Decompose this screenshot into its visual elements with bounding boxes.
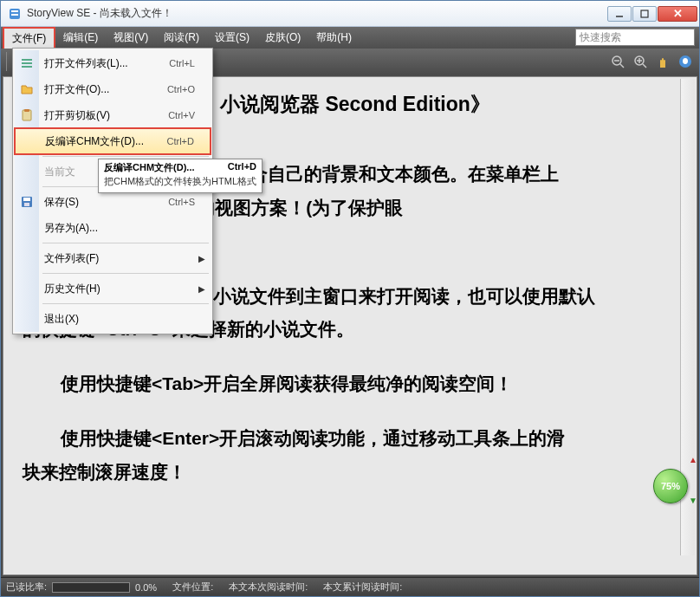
progress-bubble-label: 75% <box>661 481 680 491</box>
menu-read[interactable]: 阅读(R) <box>156 27 207 49</box>
menu-item-shortcut: Ctrl+O <box>167 84 211 94</box>
menu-item-label: 文件列表(F) <box>44 251 211 266</box>
minimize-button[interactable] <box>607 6 632 22</box>
svg-rect-4 <box>641 10 648 17</box>
doc-line: 使用快捷键<Enter>开启滚动阅读功能，通过移动工具条上的滑 <box>23 422 565 456</box>
doc-line: 使用快捷键<Tab>开启全屏阅读获得最纯净的阅读空间！ <box>23 367 677 401</box>
tb-zoom-out-icon[interactable] <box>607 51 628 72</box>
titlebar: StoryView SE - 尚未载入文件！ ✕ <box>1 1 699 27</box>
menu-exit[interactable]: 退出(X) <box>15 306 211 332</box>
svg-rect-35 <box>24 109 29 112</box>
doc-title: 小说阅览器 Second Edition》 <box>220 91 677 118</box>
menu-item-shortcut: Ctrl+L <box>169 58 211 68</box>
menu-help[interactable]: 帮助(H) <box>308 27 360 49</box>
tb-apple-icon[interactable] <box>675 51 696 72</box>
folder-icon <box>18 81 36 98</box>
menu-file-list[interactable]: 文件列表(F) ▶ <box>15 245 211 271</box>
menu-item-shortcut: Ctrl+S <box>168 197 211 207</box>
menu-item-label: 另存为(A)... <box>44 221 211 236</box>
svg-line-29 <box>643 64 646 68</box>
maximize-button[interactable] <box>632 6 657 22</box>
status-total-time-label: 本文累计阅读时间: <box>323 581 402 594</box>
doc-line: 定适合自己的背景和文本颜色。在菜单栏上 <box>213 164 559 184</box>
menu-decompile-chm[interactable]: 反编译CHM文件(D)... Ctrl+D <box>14 127 211 155</box>
svg-rect-2 <box>11 14 18 16</box>
menu-item-label: 退出(X) <box>44 312 211 327</box>
app-icon <box>8 7 22 21</box>
menu-item-shortcut: Ctrl+V <box>168 110 211 120</box>
doc-line: 块来控制滚屏速度！ <box>23 462 186 482</box>
status-read-ratio-label: 已读比率: <box>6 581 47 594</box>
window-title: StoryView SE - 尚未载入文件！ <box>27 6 607 21</box>
svg-rect-1 <box>11 10 18 12</box>
menu-tooltip: 反编译CHM文件(D)... Ctrl+D 把CHM格式的文件转换为HTML格式 <box>98 159 262 193</box>
progress-bubble[interactable]: 75% <box>653 469 688 503</box>
menu-settings[interactable]: 设置(S) <box>207 27 257 49</box>
menu-item-label: 打开文件(O)... <box>44 82 167 97</box>
statusbar: 已读比率: 0.0% 文件位置: 本文本次阅读时间: 本文累计阅读时间: <box>1 577 699 596</box>
menu-view[interactable]: 视图(V) <box>106 27 156 49</box>
list-icon <box>18 55 36 72</box>
clipboard-icon <box>18 107 36 124</box>
menu-open-clipboard[interactable]: 打开剪切板(V) Ctrl+V <box>15 102 211 128</box>
chevron-right-icon: ▶ <box>198 254 205 263</box>
svg-rect-32 <box>22 62 32 64</box>
menu-item-label: 反编译CHM文件(D)... <box>45 134 167 149</box>
menu-item-shortcut: Ctrl+D <box>167 136 210 146</box>
menu-item-label: 历史文件(H) <box>44 282 211 296</box>
menu-open-file-list[interactable]: 打开文件列表(L)... Ctrl+L <box>15 50 211 76</box>
menu-skin[interactable]: 皮肤(O) <box>257 27 308 49</box>
menu-open-file[interactable]: 打开文件(O)... Ctrl+O <box>15 76 211 102</box>
svg-rect-37 <box>23 198 30 201</box>
bubble-arrows: ▲ ▼ <box>690 455 697 505</box>
menu-item-label: 打开文件列表(L)... <box>44 56 169 71</box>
menu-save-as[interactable]: 另存为(A)... <box>15 215 211 241</box>
quick-search-input[interactable]: 快速搜索 <box>575 29 695 46</box>
tooltip-shortcut: Ctrl+D <box>228 161 256 172</box>
status-session-time-label: 本文本次阅读时间: <box>229 581 308 594</box>
chevron-right-icon: ▶ <box>198 284 205 294</box>
arrow-down-icon[interactable]: ▼ <box>689 496 697 505</box>
save-icon <box>18 193 36 211</box>
svg-rect-38 <box>24 203 29 206</box>
tb-zoom-in-icon[interactable] <box>630 51 651 72</box>
arrow-up-icon[interactable]: ▲ <box>689 455 697 464</box>
svg-line-25 <box>620 64 624 68</box>
status-file-pos-label: 文件位置: <box>172 581 213 594</box>
status-read-ratio-value: 0.0% <box>135 582 157 593</box>
menu-file[interactable]: 文件(F) <box>3 27 55 49</box>
svg-rect-33 <box>22 66 32 68</box>
tb-hand-icon[interactable] <box>652 51 673 72</box>
menu-item-label: 打开剪切板(V) <box>44 108 168 123</box>
svg-rect-31 <box>22 59 32 61</box>
close-button[interactable]: ✕ <box>658 6 697 22</box>
menu-edit[interactable]: 编辑(E) <box>55 27 106 49</box>
menu-history[interactable]: 历史文件(H) ▶ <box>15 276 211 302</box>
menubar: 文件(F) 编辑(E) 视图(V) 阅读(R) 设置(S) 皮肤(O) 帮助(H… <box>1 27 699 49</box>
menu-item-label: 保存(S) <box>44 195 168 210</box>
status-progressbar <box>52 582 130 593</box>
tooltip-desc: 把CHM格式的文件转换为HTML格式 <box>104 175 256 188</box>
